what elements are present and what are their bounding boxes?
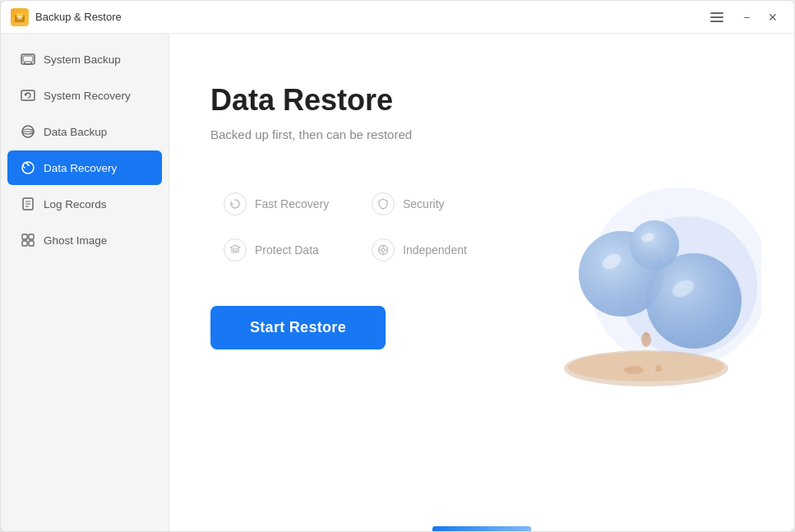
title-bar-left: Backup & Restore <box>11 8 705 26</box>
minimize-button[interactable]: − <box>735 6 758 29</box>
hamburger-line-3 <box>710 21 723 22</box>
page-subtitle: Backed up first, then can be restored <box>210 127 753 141</box>
app-window: Backup & Restore − ✕ <box>0 0 795 532</box>
menu-button[interactable] <box>705 6 728 29</box>
sidebar-label-system-backup: System Backup <box>44 53 121 66</box>
title-bar: Backup & Restore − ✕ <box>1 1 794 34</box>
page-title: Data Restore <box>210 83 753 118</box>
start-restore-button[interactable]: Start Restore <box>210 306 386 349</box>
svg-rect-2 <box>18 16 22 19</box>
svg-rect-18 <box>29 234 34 239</box>
content-area: Data Restore Backed up first, then can b… <box>169 34 794 531</box>
security-label: Security <box>403 197 445 210</box>
feature-fast-recovery: Fast Recovery <box>210 181 358 227</box>
data-recovery-icon <box>21 160 35 175</box>
ghost-image-icon <box>21 233 35 247</box>
svg-point-39 <box>630 220 679 270</box>
window-controls: − ✕ <box>705 6 784 29</box>
independent-icon <box>372 238 395 261</box>
hamburger-line-2 <box>710 16 723 18</box>
sidebar-item-system-recovery[interactable]: System Recovery <box>7 78 162 113</box>
sidebar-label-data-recovery: Data Recovery <box>44 162 117 174</box>
svg-point-21 <box>233 248 237 252</box>
protect-data-label: Protect Data <box>255 243 319 257</box>
protect-data-icon <box>224 238 247 261</box>
system-backup-icon <box>21 52 35 67</box>
app-icon <box>11 8 29 26</box>
sidebar-item-system-backup[interactable]: System Backup <box>7 42 162 76</box>
app-title: Backup & Restore <box>35 11 122 23</box>
feature-security: Security <box>358 181 506 227</box>
svg-rect-20 <box>29 241 34 246</box>
sidebar-label-ghost-image: Ghost Image <box>44 234 107 247</box>
svg-point-33 <box>655 365 662 372</box>
sidebar-label-data-backup: Data Backup <box>44 126 107 138</box>
features-grid: Fast Recovery Security <box>210 181 506 273</box>
fast-recovery-label: Fast Recovery <box>255 197 329 210</box>
independent-label: Independent <box>403 243 467 257</box>
sidebar-item-ghost-image[interactable]: Ghost Image <box>7 223 162 257</box>
main-area: System Backup System Recovery <box>1 34 794 531</box>
illustration <box>515 179 761 409</box>
sidebar-item-data-backup[interactable]: Data Backup <box>7 114 162 149</box>
bottom-accent-bar <box>432 526 531 531</box>
svg-point-31 <box>568 352 724 382</box>
feature-protect-data: Protect Data <box>210 227 358 273</box>
hamburger-line-1 <box>710 12 723 14</box>
svg-point-23 <box>381 248 385 252</box>
svg-rect-17 <box>22 234 27 239</box>
sidebar-item-data-recovery[interactable]: Data Recovery <box>7 150 162 185</box>
sidebar-label-system-recovery: System Recovery <box>44 90 131 102</box>
security-icon <box>372 192 395 215</box>
svg-rect-8 <box>21 90 35 100</box>
close-button[interactable]: ✕ <box>761 6 784 29</box>
fast-recovery-icon <box>224 192 247 215</box>
sidebar-label-log-records: Log Records <box>44 198 107 210</box>
sidebar: System Backup System Recovery <box>1 34 169 531</box>
feature-independent: Independent <box>358 227 506 273</box>
svg-rect-19 <box>22 241 27 246</box>
system-recovery-icon <box>21 88 35 103</box>
log-records-icon <box>21 197 35 211</box>
sidebar-item-log-records[interactable]: Log Records <box>7 187 162 221</box>
svg-point-32 <box>624 366 644 374</box>
data-backup-icon <box>21 124 35 139</box>
svg-rect-4 <box>23 56 33 62</box>
